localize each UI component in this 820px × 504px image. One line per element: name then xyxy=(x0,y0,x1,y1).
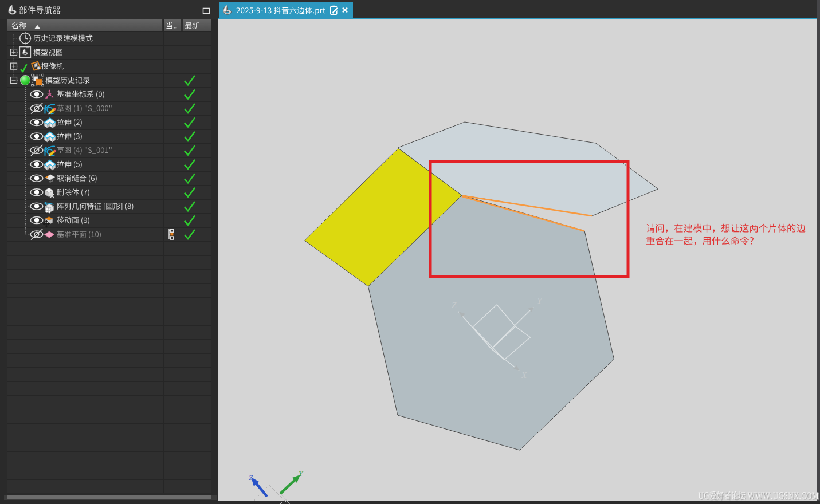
svg-text:X: X xyxy=(521,371,527,380)
svg-text:Y: Y xyxy=(299,469,304,478)
svg-text:Z: Z xyxy=(249,473,253,482)
svg-text:Z: Z xyxy=(452,301,457,310)
